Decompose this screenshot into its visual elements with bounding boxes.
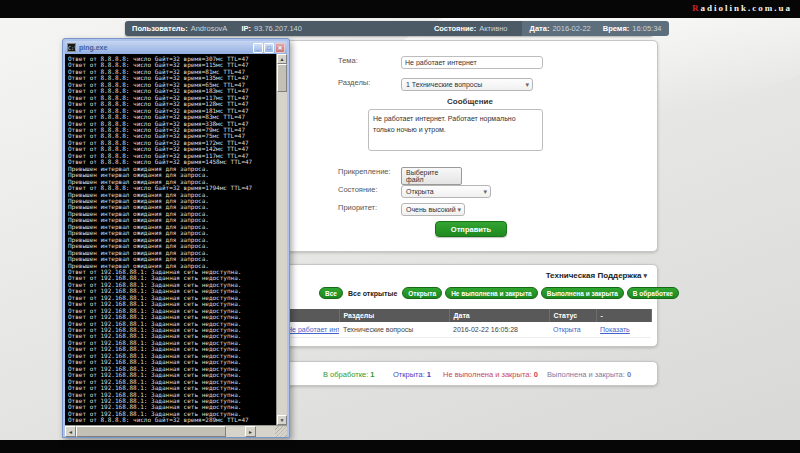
- terminal-main: Ответ от 8.8.8.8: число байт=32 время=30…: [65, 54, 287, 425]
- session-date: Дата:2016-02-22: [530, 24, 591, 33]
- chevron-down-icon: ▾: [457, 206, 461, 214]
- bottom-black-bar: [0, 440, 800, 453]
- vscroll-thumb[interactable]: [277, 64, 287, 92]
- terminal-output: Ответ от 8.8.8.8: число байт=32 время=30…: [65, 54, 276, 425]
- message-textarea[interactable]: Не работает интернет. Работает нормально…: [368, 109, 543, 151]
- header-section: Разделы: [339, 309, 449, 322]
- date-value: 2016-02-22: [552, 24, 590, 33]
- priority-select[interactable]: Очень высокий ▾: [401, 203, 465, 216]
- terminal-vscrollbar[interactable]: ▲ ▼: [276, 54, 287, 425]
- filter-all-open-label[interactable]: Все открытые: [346, 290, 399, 297]
- summary-failed-label: Не выполнена и закрыта:: [443, 370, 532, 379]
- chevron-down-icon: ▾: [483, 188, 487, 196]
- minimize-button[interactable]: _: [253, 43, 263, 53]
- filter-all-button[interactable]: Все: [319, 287, 343, 299]
- terminal-titlebar[interactable]: C:\ ping.exe _ □ ✕: [65, 41, 287, 54]
- scroll-left-icon[interactable]: ◄: [65, 426, 76, 437]
- filter-failed-closed-button[interactable]: Не выполнена и закрыта: [445, 287, 538, 299]
- priority-select-value: Очень высокий: [406, 206, 456, 213]
- ticket-status-link[interactable]: Открыта: [553, 326, 581, 333]
- attachment-label: Прикрепление:: [338, 167, 391, 176]
- tickets-table: Разделы Дата Статус - Не работает интерн…: [283, 309, 652, 338]
- time-label: Время:: [603, 24, 630, 33]
- ticket-section: Технические вопросы: [339, 322, 449, 338]
- filter-processing-button[interactable]: В обработке: [627, 287, 679, 299]
- ticket-show-link[interactable]: Показать: [600, 326, 630, 333]
- section-select-value: 1 Технические вопросы: [406, 81, 482, 88]
- user-label: Пользователь:: [132, 24, 188, 33]
- summary-open: Открыта: 1: [393, 370, 431, 379]
- close-button[interactable]: ✕: [275, 43, 285, 53]
- summary-failed: Не выполнена и закрыта: 0: [443, 370, 538, 379]
- summary-processing-value: 1: [370, 370, 374, 379]
- section-row: Разделы: 1 Технические вопросы ▾: [283, 78, 415, 91]
- maximize-button[interactable]: □: [264, 43, 274, 53]
- ticket-form-panel: Тема: Разделы: 1 Технические вопросы ▾ С…: [282, 40, 658, 252]
- summary-open-label: Открыта:: [393, 370, 425, 379]
- summary-processing: В обработке: 1: [323, 370, 375, 379]
- time-value: 16:05:34: [632, 24, 661, 33]
- session-left-segment: Пользователь:AndrosovA IP:93.76.207.140 …: [125, 24, 522, 33]
- summary-failed-value: 0: [534, 370, 538, 379]
- terminal-line: Ответ от 8.8.8.8: число байт=32 время=28…: [68, 417, 276, 423]
- status-select[interactable]: Открыта ▾: [401, 185, 491, 198]
- tickets-header-row: Разделы Дата Статус -: [283, 309, 651, 322]
- brand-rest: adiolink.com.ua: [700, 3, 792, 13]
- support-title[interactable]: Техническая Поддержка▾: [546, 271, 647, 280]
- chevron-down-icon: ▾: [643, 272, 647, 279]
- scroll-down-icon[interactable]: ▼: [277, 415, 287, 425]
- filter-bar: Все Все открытые Открыта Не выполнена и …: [319, 287, 679, 299]
- brand-logo: Radiolink.com.ua: [692, 3, 792, 13]
- session-info-bar: Пользователь:AndrosovA IP:93.76.207.140 …: [125, 21, 653, 36]
- summary-panel: Всего: 1 В обработке: 1 Открыта: 1 Не вы…: [282, 361, 658, 386]
- filter-done-closed-button[interactable]: Выполнена и закрыта: [541, 287, 624, 299]
- message-heading: Сообщение: [283, 97, 657, 106]
- support-panel: Техническая Поддержка▾ Все Все открытые …: [282, 264, 658, 347]
- header-date: Дата: [449, 309, 549, 322]
- session-datetime-segment: Дата:2016-02-22 Время:16:05:34: [522, 21, 670, 36]
- state-label: Состояние:: [434, 24, 476, 33]
- header-status: Статус: [549, 309, 596, 322]
- summary-done: Выполнена и закрыта: 0: [547, 370, 631, 379]
- scroll-up-icon[interactable]: ▲: [277, 54, 287, 64]
- summary-processing-label: В обработке:: [323, 370, 368, 379]
- session-state: Состояние:Активно: [434, 24, 508, 33]
- scroll-right-icon[interactable]: ►: [245, 426, 256, 437]
- console-icon: C:\: [67, 43, 76, 52]
- hscroll-thumb[interactable]: [76, 426, 226, 437]
- summary-done-value: 0: [627, 370, 631, 379]
- priority-label: Приоритет:: [338, 203, 377, 212]
- status-select-value: Открыта: [406, 188, 434, 195]
- submit-button[interactable]: Отправить: [435, 221, 507, 237]
- state-value: Активно: [479, 24, 507, 33]
- filter-open-button[interactable]: Открыта: [402, 287, 442, 299]
- section-select[interactable]: 1 Технические вопросы ▾: [401, 78, 533, 91]
- summary-open-value: 1: [427, 370, 431, 379]
- session-time: Время:16:05:34: [603, 24, 662, 33]
- topic-input[interactable]: [401, 56, 543, 69]
- terminal-title: ping.exe: [79, 44, 252, 51]
- summary-done-label: Выполнена и закрыта:: [547, 370, 625, 379]
- resize-grip[interactable]: [275, 426, 287, 437]
- user-value: AndrosovA: [191, 24, 228, 33]
- ip-value: 93.76.207.140: [254, 24, 302, 33]
- header-action: -: [596, 309, 651, 322]
- ticket-date: 2016-02-22 16:05:28: [449, 322, 549, 338]
- top-black-bar: Radiolink.com.ua: [0, 0, 800, 18]
- chevron-down-icon: ▾: [525, 81, 529, 89]
- choose-file-button[interactable]: Выберите файл: [401, 167, 462, 185]
- section-label: Разделы:: [338, 78, 370, 87]
- session-ip: IP:93.76.207.140: [241, 24, 302, 33]
- date-label: Дата:: [530, 24, 550, 33]
- ticket-topic-link[interactable]: Не работает интернет: [287, 326, 339, 333]
- topic-label: Тема:: [338, 56, 358, 65]
- ip-label: IP:: [241, 24, 251, 33]
- header-topic: [283, 309, 339, 322]
- terminal-window[interactable]: C:\ ping.exe _ □ ✕ Ответ от 8.8.8.8: чис…: [62, 38, 290, 438]
- status-label: Состояние:: [338, 185, 378, 194]
- terminal-hscrollbar[interactable]: ◄ ►: [65, 425, 287, 437]
- ticket-row: Не работает интернет Технические вопросы…: [283, 322, 651, 338]
- support-title-text: Техническая Поддержка: [546, 271, 642, 280]
- session-user: Пользователь:AndrosovA: [132, 24, 227, 33]
- priority-row: Приоритет: Очень высокий ▾: [283, 203, 347, 216]
